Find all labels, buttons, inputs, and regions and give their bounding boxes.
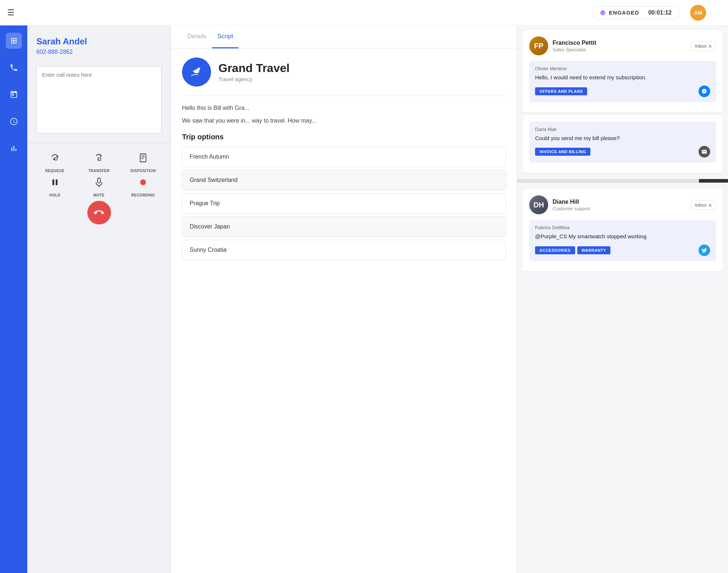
transfer-label: TRANSFER — [88, 169, 110, 173]
nav-calendar[interactable] — [6, 87, 22, 103]
trip-option-1[interactable]: Grand Switzerland — [182, 170, 506, 190]
inbox-chevron-0: ∧ — [708, 43, 712, 49]
status-dot — [600, 10, 605, 15]
agent-name-0: Francisco Pettit — [553, 40, 687, 46]
bubble-text-2: @Purple_CS My smartwatch stopped working — [535, 232, 710, 241]
agent-role-0: Sales Specialist — [553, 47, 687, 52]
recording-label: RECORDING — [131, 193, 155, 197]
company-type: Travel agency — [218, 76, 290, 82]
bubble-sender-0: Olivier Mentine — [535, 66, 710, 71]
nav-dialpad[interactable]: ⊞ — [6, 33, 22, 49]
divider-1 — [27, 143, 171, 143]
inbox-badge-2[interactable]: Inbox ∧ — [691, 200, 716, 210]
requeue-button[interactable]: REQUEUE — [40, 152, 70, 173]
user-avatar[interactable]: AM — [690, 5, 706, 21]
nav-phone[interactable] — [6, 60, 22, 76]
company-name: Grand Travel — [218, 61, 290, 75]
trip-option-4[interactable]: Sunny Croatia — [182, 240, 506, 260]
agent-avatar-francisco: FP — [529, 36, 548, 55]
requeue-label: REQUEUE — [45, 169, 64, 173]
inbox-badge-0[interactable]: Inbox ∧ — [691, 41, 716, 51]
agent-row-0: FP Francisco Pettit Sales Specialist Inb… — [529, 36, 716, 55]
bubble-text-0: Hello, I would need to extend my subscri… — [535, 73, 710, 82]
bubble-footer-1: INVOICE AND BILLING — [535, 146, 710, 158]
tag-group-2: ACCESSORIES WARRANTY — [535, 246, 610, 254]
body-wrapper: ⊞ Sarah Andel 602-888-2862 — [0, 25, 728, 573]
inbox-label-0: Inbox — [695, 43, 707, 49]
company-header: Grand Travel Travel agency — [182, 57, 506, 87]
message-bubble-2: Fabrice DellMea @Purple_CS My smartwatch… — [529, 220, 716, 261]
company-info: Grand Travel Travel agency — [218, 61, 290, 82]
caller-phone: 602-888-2862 — [36, 49, 162, 55]
script-divider — [182, 96, 506, 96]
svg-rect-1 — [98, 158, 101, 160]
disposition-button[interactable]: DISPOSITION — [128, 152, 158, 173]
agent-name-2: Diane Hill — [553, 199, 687, 205]
content-area: Details Script Grand Travel Trave — [171, 25, 517, 573]
recording-button[interactable]: RECORDING — [128, 176, 158, 197]
bubble-sender-2: Fabrice DellMea — [535, 225, 710, 230]
bubble-footer-0: OFFERS AND PLANS — [535, 85, 710, 97]
scroll-bar[interactable] — [517, 179, 728, 183]
agent-info-2: Diane Hill Customer support — [553, 199, 687, 211]
action-buttons: REQUEUE TRANSFER — [27, 148, 171, 232]
hold-icon — [49, 176, 61, 190]
trip-option-3[interactable]: Discover Japan — [182, 216, 506, 237]
message-bubble-1: Daria Mak Could you send me my bill plea… — [529, 122, 716, 163]
svg-rect-5 — [98, 178, 100, 183]
requeue-icon — [49, 152, 61, 166]
status-pill: ENGAGED 00:01:12 — [593, 6, 679, 19]
transfer-icon — [93, 152, 105, 166]
call-notes-input[interactable] — [36, 66, 162, 134]
tab-script[interactable]: Script — [212, 25, 238, 48]
messenger-icon-0 — [699, 85, 710, 97]
call-timer: 00:01:12 — [648, 9, 672, 16]
svg-rect-4 — [56, 179, 58, 185]
btn-row-1: REQUEUE TRANSFER — [33, 152, 165, 173]
disposition-label: DISPOSITION — [130, 169, 156, 173]
trip-option-2[interactable]: Prague Trip — [182, 193, 506, 214]
tabs: Details Script — [171, 25, 517, 48]
chat-card-0: FP Francisco Pettit Sales Specialist Inb… — [523, 30, 723, 112]
svg-point-7 — [195, 71, 198, 73]
bubble-footer-2: ACCESSORIES WARRANTY — [535, 244, 710, 256]
nav-chart[interactable] — [6, 140, 22, 156]
chat-card-2: DH Diane Hill Customer support Inbox ∧ F… — [523, 189, 723, 271]
nav-clock[interactable] — [6, 114, 22, 130]
trip-options-title: Trip options — [182, 133, 506, 141]
bubble-text-1: Could you send me my bill please? — [535, 134, 710, 143]
twitter-icon-2 — [699, 244, 710, 256]
tag-btn-2a[interactable]: ACCESSORIES — [535, 246, 575, 254]
recording-icon — [137, 176, 149, 190]
caller-info: Sarah Andel 602-888-2862 — [27, 25, 171, 63]
top-bar: ☰ ENGAGED 00:01:12 AM — [0, 0, 728, 25]
agent-avatar-diane: DH — [529, 195, 548, 214]
mute-icon — [93, 176, 105, 190]
trip-option-0[interactable]: French Autumn — [182, 147, 506, 167]
company-logo — [182, 57, 211, 87]
mute-label: MUTE — [94, 193, 104, 197]
menu-icon[interactable]: ☰ — [7, 8, 15, 17]
chat-card-1: Daria Mak Could you send me my bill plea… — [523, 115, 723, 173]
status-text: ENGAGED — [609, 9, 639, 16]
tab-details[interactable]: Details — [182, 25, 212, 48]
caller-name: Sarah Andel — [36, 36, 162, 47]
tag-btn-2b[interactable]: WARRANTY — [577, 246, 611, 254]
agent-info-0: Francisco Pettit Sales Specialist — [553, 40, 687, 52]
bubble-sender-1: Daria Mak — [535, 127, 710, 132]
hold-button[interactable]: HOLD — [40, 176, 70, 197]
inbox-chevron-2: ∧ — [708, 202, 712, 208]
chat-panel: FP Francisco Pettit Sales Specialist Inb… — [517, 25, 728, 573]
mute-button[interactable]: MUTE — [84, 176, 114, 197]
inbox-label-2: Inbox — [695, 202, 707, 208]
tag-btn-1[interactable]: INVOICE AND BILLING — [535, 148, 590, 156]
message-bubble-0: Olivier Mentine Hello, I would need to e… — [529, 61, 716, 102]
left-panel: Sarah Andel 602-888-2862 — [27, 25, 171, 573]
tag-btn-0[interactable]: OFFERS AND PLANS — [535, 87, 587, 95]
email-icon-1 — [699, 146, 710, 158]
svg-rect-2 — [140, 154, 146, 162]
transfer-button[interactable]: TRANSFER — [84, 152, 114, 173]
svg-point-6 — [140, 179, 146, 185]
btn-row-2: HOLD MUTE — [33, 176, 165, 197]
end-call-button[interactable] — [87, 201, 111, 224]
